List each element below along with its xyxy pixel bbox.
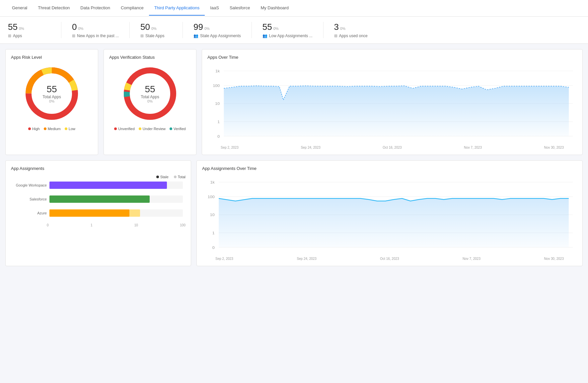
x-label-4: Nov 30, 2023 xyxy=(544,146,564,149)
aot-x-4: Nov 30, 2023 xyxy=(544,257,564,261)
legend-total-label: Total xyxy=(178,175,185,179)
bar-label-google: Google Workspace xyxy=(14,183,47,187)
stat-low-assignments[interactable]: 55 0% 👥 Low App Assignments ... xyxy=(252,22,323,38)
navigation: General Threat Detection Data Protection… xyxy=(0,0,588,17)
apps-risk-total: 55 xyxy=(42,84,61,95)
apps-verification-donut-container: 55 Total Apps 0% Unverified Under Review xyxy=(109,64,191,131)
app-assignments-over-time-chart: 1k 100 10 1 0 Sep 2, xyxy=(202,175,577,261)
charts-row-1: Apps Risk Level 55 Tota xyxy=(5,49,583,155)
app-assignments-title: App Assignments xyxy=(11,166,185,171)
apps-verification-sublabel: Total Apps xyxy=(141,95,159,99)
apps-risk-donut: 55 Total Apps 0% xyxy=(22,64,82,123)
legend-medium-dot xyxy=(44,127,46,130)
nav-item-compliance[interactable]: Compliance xyxy=(115,1,149,16)
apps-verification-card: Apps Verification Status 55 Total Ap xyxy=(104,49,196,155)
bar-row-google: Google Workspace xyxy=(14,182,183,189)
bar-label-salesforce: Salesforce xyxy=(14,197,47,201)
bar-track-azure xyxy=(49,209,183,217)
stats-bar: 55 0% ⊞ Apps 0 0% ⊞ New Apps in the past… xyxy=(0,17,588,44)
x-label-2: Oct 16, 2023 xyxy=(383,146,402,149)
x-label-0: Sep 2, 2023 xyxy=(221,146,239,149)
aot-x-2: Oct 16, 2023 xyxy=(380,257,399,261)
legend-verified-dot xyxy=(170,127,172,130)
nav-item-third-party[interactable]: Third Party Applications xyxy=(149,1,205,16)
legend-total-dot xyxy=(174,176,177,178)
stat-low-assign-label: Low App Assignments ... xyxy=(269,34,313,38)
apps-verification-center: 55 Total Apps 0% xyxy=(141,84,159,103)
apps-over-time-card: Apps Over Time 1k 100 10 1 0 xyxy=(202,49,583,155)
stat-apps[interactable]: 55 0% ⊞ Apps xyxy=(8,22,61,38)
legend-stale-dot xyxy=(156,176,159,178)
nav-item-general[interactable]: General xyxy=(7,1,33,16)
stat-new-apps-number: 0 xyxy=(72,22,77,32)
stat-stale-apps-number: 50 xyxy=(140,22,150,32)
svg-text:0: 0 xyxy=(212,245,215,249)
low-assign-icon: 👥 xyxy=(262,34,267,38)
stat-stale-apps-label: Stale Apps xyxy=(145,34,164,38)
legend-high-label: High xyxy=(32,127,40,131)
bar-fill-salesforce xyxy=(49,195,150,203)
nav-item-dashboard[interactable]: My Dashboard xyxy=(255,1,294,16)
bar-track-salesforce xyxy=(49,195,183,203)
bar-fill-google xyxy=(49,182,167,189)
app-assignments-card: App Assignments Stale Total Google Works… xyxy=(5,160,191,266)
aot-x-0: Sep 2, 2023 xyxy=(215,257,233,261)
charts-row-2: App Assignments Stale Total Google Works… xyxy=(5,160,583,266)
bar-fill-azure-stale xyxy=(49,209,129,217)
stale-assign-icon: 👥 xyxy=(193,34,198,38)
apps-verification-title: Apps Verification Status xyxy=(109,55,191,60)
stat-apps-used-once[interactable]: 3 0% ⊞ Apps used once xyxy=(323,22,378,38)
legend-unverified: Unverified xyxy=(114,127,135,131)
legend-low-dot xyxy=(65,127,67,130)
apps-risk-title: Apps Risk Level xyxy=(11,55,93,60)
svg-text:100: 100 xyxy=(213,84,220,88)
apps-risk-donut-container: 55 Total Apps 0% High Medium xyxy=(11,64,93,131)
svg-text:100: 100 xyxy=(208,195,215,199)
svg-text:0: 0 xyxy=(217,134,220,138)
legend-low: Low xyxy=(65,127,75,131)
apps-verification-legend: Unverified Under Review Verified xyxy=(114,127,185,131)
stat-apps-pct: 0% xyxy=(19,27,24,31)
nav-item-salesforce[interactable]: Salesforce xyxy=(224,1,255,16)
svg-text:10: 10 xyxy=(215,102,220,106)
stat-stale-assign-pct: 0% xyxy=(204,27,210,31)
legend-stale: Stale xyxy=(156,175,169,179)
stat-stale-assignments[interactable]: 99 0% 👥 Stale App Assignments xyxy=(183,22,252,38)
legend-verified-label: Verified xyxy=(174,127,186,131)
stat-new-apps-label: New Apps in the past ... xyxy=(77,34,119,38)
main-content: Apps Risk Level 55 Tota xyxy=(0,44,588,271)
nav-item-data-protection[interactable]: Data Protection xyxy=(75,1,115,16)
bar-chart-area: Google Workspace Salesforce Azure xyxy=(11,182,185,217)
legend-medium: Medium xyxy=(44,127,61,131)
legend-unverified-dot xyxy=(114,127,117,130)
svg-text:1: 1 xyxy=(212,231,215,235)
legend-high-dot xyxy=(28,127,31,130)
x-label-1: Sep 24, 2023 xyxy=(301,146,321,149)
app-assignments-over-time-card: App Assignments Over Time 1k 100 10 1 0 xyxy=(196,160,583,266)
svg-text:1k: 1k xyxy=(215,69,220,73)
legend-low-label: Low xyxy=(69,127,75,131)
apps-icon: ⊞ xyxy=(8,34,11,38)
stat-stale-apps[interactable]: 50 0% ⊞ Stale Apps xyxy=(129,22,183,38)
stat-stale-assign-number: 99 xyxy=(193,22,203,32)
aot-x-1: Sep 24, 2023 xyxy=(297,257,317,261)
x-axis-0: 0 xyxy=(47,223,49,227)
svg-text:10: 10 xyxy=(210,213,215,217)
x-axis-1: 1 xyxy=(91,223,93,227)
stat-used-once-number: 3 xyxy=(334,22,339,32)
app-assignments-over-time-x-labels: Sep 2, 2023 Sep 24, 2023 Oct 16, 2023 No… xyxy=(202,256,577,261)
apps-over-time-svg: 1k 100 10 1 0 xyxy=(207,64,577,143)
stat-used-once-pct: 0% xyxy=(340,27,345,31)
nav-item-iaas[interactable]: IaaS xyxy=(205,1,224,16)
bar-row-azure: Azure xyxy=(14,209,183,217)
apps-over-time-chart: 1k 100 10 1 0 xyxy=(207,64,577,149)
stat-new-apps-pct: 0% xyxy=(78,27,83,31)
app-assignments-over-time-title: App Assignments Over Time xyxy=(202,166,577,171)
stat-new-apps[interactable]: 0 0% ⊞ New Apps in the past ... xyxy=(61,22,129,38)
legend-medium-label: Medium xyxy=(48,127,61,131)
stat-apps-label: Apps xyxy=(13,34,22,38)
legend-under-review: Under Review xyxy=(139,127,166,131)
stale-apps-icon: ⊞ xyxy=(140,34,144,38)
bar-chart-legend: Stale Total xyxy=(11,175,185,179)
nav-item-threat[interactable]: Threat Detection xyxy=(33,1,75,16)
